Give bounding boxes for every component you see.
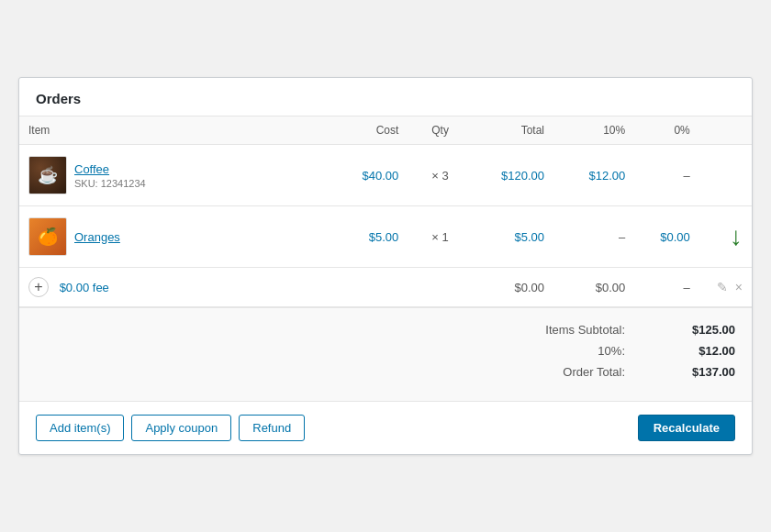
table-row: Coffee SKU: 12341234 $40.00 × 3 $120.00 …: [19, 145, 752, 206]
item-tax0-oranges: $0.00: [634, 206, 699, 268]
fee-cell: + $0.00 fee: [19, 268, 327, 307]
item-link-oranges[interactable]: Oranges: [74, 230, 120, 244]
header-actions: [699, 116, 752, 145]
fee-label: $0.00 fee: [60, 281, 109, 294]
header-total: Total: [473, 116, 553, 145]
item-qty-coffee: × 3: [408, 145, 473, 206]
tax10-row: 10%: $12.00: [36, 344, 735, 358]
apply-coupon-button[interactable]: Apply coupon: [131, 415, 231, 441]
tax10-value: $12.00: [662, 344, 735, 358]
down-arrow-icon: ↓: [730, 224, 743, 249]
item-actions-oranges: ↓: [699, 206, 752, 268]
item-cost-oranges: $5.00: [327, 206, 408, 268]
item-actions-coffee: [699, 145, 752, 206]
fee-row: + $0.00 fee $0.00 $0.00 – ✎ ×: [19, 268, 752, 307]
add-items-button[interactable]: Add item(s): [36, 415, 124, 441]
item-cell: Oranges: [19, 206, 327, 268]
fee-dash: –: [634, 268, 699, 307]
edit-fee-icon[interactable]: ✎: [717, 280, 728, 294]
header-cost: Cost: [327, 116, 408, 145]
item-tax0-coffee: –: [634, 145, 699, 206]
order-total-label: Order Total:: [563, 365, 625, 379]
panel-title: Orders: [19, 78, 752, 116]
item-link-coffee[interactable]: Coffee: [74, 162, 146, 176]
recalculate-button[interactable]: Recalculate: [638, 415, 735, 441]
header-qty: Qty: [408, 116, 473, 145]
orders-panel: Orders Item Cost Qty Total 10% 0%: [18, 77, 753, 455]
item-tax10-oranges: –: [553, 206, 634, 268]
item-total-coffee: $120.00: [473, 145, 553, 206]
subtotal-label: Items Subtotal:: [545, 323, 625, 337]
item-tax10-coffee: $12.00: [553, 145, 634, 206]
item-qty-oranges: × 1: [408, 206, 473, 268]
refund-button[interactable]: Refund: [239, 415, 305, 441]
orange-image: [29, 218, 66, 255]
header-item: Item: [19, 116, 327, 145]
item-cell: Coffee SKU: 12341234: [19, 145, 327, 206]
delete-fee-icon[interactable]: ×: [735, 280, 743, 294]
item-sku-coffee: SKU: 12341234: [74, 178, 146, 189]
subtotal-row: Items Subtotal: $125.00: [36, 323, 735, 337]
item-thumbnail-coffee: [28, 156, 67, 194]
subtotal-value: $125.00: [662, 323, 735, 337]
panel-footer: Add item(s) Apply coupon Refund Recalcul…: [19, 401, 752, 454]
fee-total: $0.00: [473, 268, 553, 307]
fee-actions: ✎ ×: [699, 268, 752, 307]
header-tax0: 0%: [634, 116, 699, 145]
order-total-value: $137.00: [662, 365, 735, 379]
totals-section: Items Subtotal: $125.00 10%: $12.00 Orde…: [19, 307, 752, 401]
item-cost-coffee: $40.00: [327, 145, 408, 206]
coffee-image: [29, 157, 66, 194]
orders-table: Item Cost Qty Total 10% 0% Coffe: [19, 116, 752, 307]
order-total-row: Order Total: $137.00: [36, 365, 735, 379]
fee-subtotal: $0.00: [553, 268, 634, 307]
item-total-oranges: $5.00: [473, 206, 553, 268]
tax10-label: 10%:: [598, 344, 625, 358]
footer-left-buttons: Add item(s) Apply coupon Refund: [36, 415, 305, 441]
item-thumbnail-oranges: [28, 217, 67, 256]
header-tax10: 10%: [553, 116, 634, 145]
add-fee-button[interactable]: +: [28, 277, 49, 297]
table-row: Oranges $5.00 × 1 $5.00 – $0.00 ↓: [19, 206, 752, 268]
